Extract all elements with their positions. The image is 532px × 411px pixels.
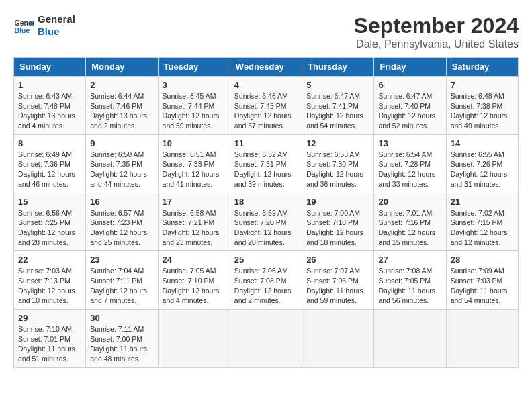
calendar-cell <box>230 310 302 368</box>
calendar-table: SundayMondayTuesdayWednesdayThursdayFrid… <box>13 57 519 368</box>
day-number: 15 <box>18 197 81 207</box>
calendar-cell <box>446 310 518 368</box>
calendar-cell: 23Sunrise: 7:04 AM Sunset: 7:11 PM Dayli… <box>86 251 158 310</box>
calendar-cell: 16Sunrise: 6:57 AM Sunset: 7:23 PM Dayli… <box>86 193 158 251</box>
day-number: 24 <box>163 255 226 265</box>
day-info: Sunrise: 6:44 AM Sunset: 7:46 PM Dayligh… <box>90 91 153 131</box>
calendar-cell: 28Sunrise: 7:09 AM Sunset: 7:03 PM Dayli… <box>446 251 518 310</box>
calendar-cell <box>158 310 230 368</box>
calendar-cell <box>302 310 374 368</box>
day-info: Sunrise: 7:07 AM Sunset: 7:06 PM Dayligh… <box>306 266 369 306</box>
weekday-header-saturday: Saturday <box>446 58 518 77</box>
day-info: Sunrise: 7:00 AM Sunset: 7:18 PM Dayligh… <box>306 208 369 248</box>
calendar-cell: 20Sunrise: 7:01 AM Sunset: 7:16 PM Dayli… <box>374 193 446 251</box>
calendar-cell: 9Sunrise: 6:50 AM Sunset: 7:35 PM Daylig… <box>86 134 158 193</box>
calendar-cell: 13Sunrise: 6:54 AM Sunset: 7:28 PM Dayli… <box>374 134 446 193</box>
day-info: Sunrise: 6:43 AM Sunset: 7:48 PM Dayligh… <box>18 91 81 131</box>
calendar-cell: 29Sunrise: 7:10 AM Sunset: 7:01 PM Dayli… <box>14 310 86 368</box>
day-number: 10 <box>163 138 226 148</box>
day-number: 1 <box>18 80 81 90</box>
calendar-cell: 6Sunrise: 6:47 AM Sunset: 7:40 PM Daylig… <box>374 77 446 135</box>
calendar-cell: 8Sunrise: 6:49 AM Sunset: 7:36 PM Daylig… <box>14 134 86 193</box>
page-subtitle: Dale, Pennsylvania, United States <box>354 38 519 50</box>
day-number: 7 <box>451 80 514 90</box>
calendar-week-3: 15Sunrise: 6:56 AM Sunset: 7:25 PM Dayli… <box>14 193 519 251</box>
calendar-cell: 7Sunrise: 6:48 AM Sunset: 7:38 PM Daylig… <box>446 77 518 135</box>
title-area: September 2024 Dale, Pennsylvania, Unite… <box>354 13 519 50</box>
calendar-cell: 14Sunrise: 6:55 AM Sunset: 7:26 PM Dayli… <box>446 134 518 193</box>
calendar-cell: 5Sunrise: 6:47 AM Sunset: 7:41 PM Daylig… <box>302 77 374 135</box>
day-info: Sunrise: 6:47 AM Sunset: 7:41 PM Dayligh… <box>306 91 369 131</box>
day-number: 8 <box>18 138 81 148</box>
day-info: Sunrise: 6:52 AM Sunset: 7:31 PM Dayligh… <box>234 150 298 189</box>
calendar-cell: 2Sunrise: 6:44 AM Sunset: 7:46 PM Daylig… <box>86 77 158 135</box>
calendar-cell: 17Sunrise: 6:58 AM Sunset: 7:21 PM Dayli… <box>158 193 230 251</box>
day-number: 5 <box>306 80 369 90</box>
calendar-cell: 11Sunrise: 6:52 AM Sunset: 7:31 PM Dayli… <box>230 134 302 193</box>
day-info: Sunrise: 7:08 AM Sunset: 7:05 PM Dayligh… <box>378 266 441 306</box>
calendar-cell: 26Sunrise: 7:07 AM Sunset: 7:06 PM Dayli… <box>302 251 374 310</box>
day-info: Sunrise: 6:45 AM Sunset: 7:44 PM Dayligh… <box>163 91 226 131</box>
day-number: 19 <box>306 197 369 207</box>
calendar-cell: 22Sunrise: 7:03 AM Sunset: 7:13 PM Dayli… <box>14 251 86 310</box>
day-number: 11 <box>234 138 298 148</box>
day-info: Sunrise: 7:03 AM Sunset: 7:13 PM Dayligh… <box>18 266 81 306</box>
calendar-cell: 3Sunrise: 6:45 AM Sunset: 7:44 PM Daylig… <box>158 77 230 135</box>
calendar-cell: 24Sunrise: 7:05 AM Sunset: 7:10 PM Dayli… <box>158 251 230 310</box>
weekday-header-row: SundayMondayTuesdayWednesdayThursdayFrid… <box>14 58 519 77</box>
day-info: Sunrise: 7:11 AM Sunset: 7:00 PM Dayligh… <box>90 324 153 364</box>
day-info: Sunrise: 6:53 AM Sunset: 7:30 PM Dayligh… <box>306 150 369 189</box>
day-info: Sunrise: 7:06 AM Sunset: 7:08 PM Dayligh… <box>234 266 298 306</box>
day-number: 27 <box>378 255 441 265</box>
calendar-week-1: 1Sunrise: 6:43 AM Sunset: 7:48 PM Daylig… <box>14 77 519 135</box>
day-info: Sunrise: 6:54 AM Sunset: 7:28 PM Dayligh… <box>378 150 441 189</box>
day-number: 28 <box>451 255 514 265</box>
day-number: 2 <box>90 80 153 90</box>
header: General Blue General Blue September 2024… <box>13 13 519 50</box>
calendar-cell: 19Sunrise: 7:00 AM Sunset: 7:18 PM Dayli… <box>302 193 374 251</box>
day-number: 17 <box>163 197 226 207</box>
day-info: Sunrise: 7:02 AM Sunset: 7:15 PM Dayligh… <box>451 208 514 248</box>
day-info: Sunrise: 7:09 AM Sunset: 7:03 PM Dayligh… <box>451 266 514 306</box>
day-number: 30 <box>90 313 153 323</box>
day-number: 13 <box>378 138 441 148</box>
day-info: Sunrise: 6:58 AM Sunset: 7:21 PM Dayligh… <box>163 208 226 248</box>
calendar-cell: 12Sunrise: 6:53 AM Sunset: 7:30 PM Dayli… <box>302 134 374 193</box>
svg-text:Blue: Blue <box>15 26 30 34</box>
day-number: 9 <box>90 138 153 148</box>
day-number: 23 <box>90 255 153 265</box>
weekday-header-tuesday: Tuesday <box>158 58 230 77</box>
calendar-cell: 27Sunrise: 7:08 AM Sunset: 7:05 PM Dayli… <box>374 251 446 310</box>
calendar-cell: 18Sunrise: 6:59 AM Sunset: 7:20 PM Dayli… <box>230 193 302 251</box>
day-number: 20 <box>378 197 441 207</box>
day-number: 6 <box>378 80 441 90</box>
calendar-cell: 15Sunrise: 6:56 AM Sunset: 7:25 PM Dayli… <box>14 193 86 251</box>
calendar-cell: 25Sunrise: 7:06 AM Sunset: 7:08 PM Dayli… <box>230 251 302 310</box>
day-info: Sunrise: 7:04 AM Sunset: 7:11 PM Dayligh… <box>90 266 153 306</box>
calendar-week-4: 22Sunrise: 7:03 AM Sunset: 7:13 PM Dayli… <box>14 251 519 310</box>
calendar-cell: 4Sunrise: 6:46 AM Sunset: 7:43 PM Daylig… <box>230 77 302 135</box>
day-info: Sunrise: 6:51 AM Sunset: 7:33 PM Dayligh… <box>163 150 226 189</box>
weekday-header-friday: Friday <box>374 58 446 77</box>
calendar-cell: 1Sunrise: 6:43 AM Sunset: 7:48 PM Daylig… <box>14 77 86 135</box>
calendar-week-2: 8Sunrise: 6:49 AM Sunset: 7:36 PM Daylig… <box>14 134 519 193</box>
day-number: 26 <box>306 255 369 265</box>
day-number: 29 <box>18 313 81 323</box>
weekday-header-monday: Monday <box>86 58 158 77</box>
day-info: Sunrise: 6:56 AM Sunset: 7:25 PM Dayligh… <box>18 208 81 248</box>
day-info: Sunrise: 6:48 AM Sunset: 7:38 PM Dayligh… <box>451 91 514 131</box>
day-info: Sunrise: 6:59 AM Sunset: 7:20 PM Dayligh… <box>234 208 298 248</box>
page-title: September 2024 <box>354 13 519 38</box>
day-number: 3 <box>163 80 226 90</box>
weekday-header-sunday: Sunday <box>14 58 86 77</box>
weekday-header-wednesday: Wednesday <box>230 58 302 77</box>
day-info: Sunrise: 6:55 AM Sunset: 7:26 PM Dayligh… <box>451 150 514 189</box>
day-info: Sunrise: 6:49 AM Sunset: 7:36 PM Dayligh… <box>18 150 81 189</box>
day-number: 25 <box>234 255 298 265</box>
day-info: Sunrise: 7:10 AM Sunset: 7:01 PM Dayligh… <box>18 324 81 364</box>
logo-line2: Blue <box>38 26 75 38</box>
day-number: 4 <box>234 80 298 90</box>
calendar-week-5: 29Sunrise: 7:10 AM Sunset: 7:01 PM Dayli… <box>14 310 519 368</box>
day-info: Sunrise: 7:05 AM Sunset: 7:10 PM Dayligh… <box>163 266 226 306</box>
day-number: 14 <box>451 138 514 148</box>
